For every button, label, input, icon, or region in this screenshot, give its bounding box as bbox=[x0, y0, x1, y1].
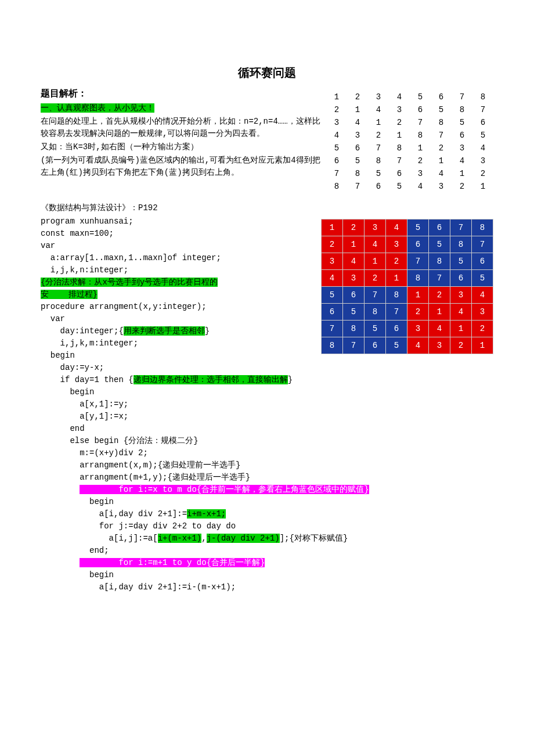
grid-cell: 8 bbox=[322, 337, 343, 354]
grid-cell: 4 bbox=[322, 270, 343, 287]
grid-cell: 4 bbox=[389, 91, 410, 103]
grid-cell: 2 bbox=[472, 321, 493, 337]
grid-cell: 8 bbox=[365, 304, 386, 321]
grid-cell: 6 bbox=[472, 253, 493, 270]
grid-cell: 5 bbox=[389, 180, 410, 193]
grid-cell: 6 bbox=[472, 116, 493, 129]
grid-cell: 4 bbox=[368, 103, 389, 116]
code-line: a:array[1..maxn,1..maxn]of integer; bbox=[41, 253, 221, 262]
grid-cell: 8 bbox=[326, 180, 347, 193]
grid-cell: 2 bbox=[365, 270, 386, 287]
code-line: begin bbox=[41, 387, 94, 397]
grid-cell: 7 bbox=[452, 91, 472, 103]
grid-cell: 5 bbox=[429, 236, 450, 253]
grid-cell: 5 bbox=[452, 116, 472, 129]
book-ref: 《数据结构与算法设计》：P192 bbox=[41, 202, 493, 214]
grid-cell: 6 bbox=[452, 129, 472, 142]
grid-cell: 6 bbox=[365, 337, 386, 354]
grid-cell: 7 bbox=[431, 129, 452, 142]
code-line: begin bbox=[41, 497, 114, 506]
code-line: begin bbox=[41, 351, 75, 360]
grid-cell: 1 bbox=[343, 236, 365, 253]
grid-cell: 6 bbox=[386, 321, 407, 337]
grid-cell: 7 bbox=[429, 270, 450, 287]
grid-cell: 5 bbox=[407, 219, 429, 236]
code-line: a[i,day div 2+1]:=i-(m-x+1); bbox=[41, 582, 236, 592]
code-comment-hl: {分治法求解：从x号选手到y号选手的比赛日程的 bbox=[41, 278, 218, 287]
code-line: } bbox=[288, 375, 293, 384]
grid-cell: 5 bbox=[386, 337, 407, 354]
code-line: , bbox=[201, 534, 206, 543]
grid-cell: 1 bbox=[365, 253, 386, 270]
grid-cell: 7 bbox=[365, 287, 386, 304]
grid-cell: 4 bbox=[343, 253, 365, 270]
grid-cell: 8 bbox=[410, 129, 431, 142]
code-line: if day=1 then { bbox=[41, 375, 134, 384]
grid-cell: 3 bbox=[472, 154, 493, 167]
grid-cell: 5 bbox=[472, 129, 493, 142]
grid-cell: 7 bbox=[472, 236, 493, 253]
grid-cell: 3 bbox=[410, 167, 431, 180]
code-line: program xunhuansai; bbox=[41, 217, 134, 226]
grid-cell: 1 bbox=[368, 116, 389, 129]
code-line: m:=(x+y)div 2; bbox=[41, 448, 148, 458]
grid-cell: 1 bbox=[452, 167, 472, 180]
grid-cell: 4 bbox=[472, 142, 493, 154]
grid-cell: 6 bbox=[407, 236, 429, 253]
grid-cell: 3 bbox=[429, 337, 450, 354]
code-expr-hl: i+m-x+1; bbox=[187, 509, 226, 519]
grid-cell: 1 bbox=[472, 180, 493, 193]
grid-cell: 6 bbox=[450, 270, 472, 287]
grid-cell: 8 bbox=[450, 236, 472, 253]
grid-cell: 2 bbox=[410, 154, 431, 167]
code-line: i,j,k,n:integer; bbox=[41, 265, 128, 275]
grid-cell: 8 bbox=[431, 116, 452, 129]
grid-cell: 8 bbox=[429, 253, 450, 270]
code-line: a[x,1]:=y; bbox=[41, 399, 128, 409]
grid-cell: 2 bbox=[368, 129, 389, 142]
grid-cell: 6 bbox=[431, 91, 452, 103]
code-line: var bbox=[41, 314, 65, 323]
grid-cell: 2 bbox=[472, 167, 493, 180]
grid-cell: 4 bbox=[410, 180, 431, 193]
code-line: arrangment(m+1,y);{递归处理后一半选手} bbox=[41, 473, 250, 482]
code-line: i,j,k,m:integer; bbox=[41, 339, 138, 348]
code-line: const maxn=100; bbox=[41, 229, 114, 238]
grid-cell: 7 bbox=[322, 321, 343, 337]
grid-cell: 6 bbox=[347, 142, 368, 154]
code-expr-hl: i+(m-x+1) bbox=[158, 534, 202, 543]
grid-cell: 1 bbox=[410, 142, 431, 154]
grid-cell: 7 bbox=[326, 167, 347, 180]
grid-cell: 3 bbox=[326, 116, 347, 129]
code-line: end; bbox=[41, 546, 109, 555]
code-line: else begin {分治法：规模二分} bbox=[41, 436, 199, 445]
grid-cell: 8 bbox=[368, 154, 389, 167]
grid-cell: 6 bbox=[343, 287, 365, 304]
grid-cell: 7 bbox=[368, 142, 389, 154]
code-line: ];{对称下标赋值} bbox=[280, 534, 348, 543]
grid-cell: 5 bbox=[450, 253, 472, 270]
code-line: day:integer;{ bbox=[41, 326, 124, 336]
code-line: var bbox=[41, 241, 55, 250]
grid-cell: 8 bbox=[386, 287, 407, 304]
grid-cell: 7 bbox=[407, 253, 429, 270]
grid-cell: 2 bbox=[450, 337, 472, 354]
highlight-observe: 一、认真观察图表，从小见大！ bbox=[41, 103, 154, 113]
grid-cell: 6 bbox=[429, 219, 450, 236]
code-line bbox=[41, 485, 80, 494]
grid-cell: 6 bbox=[326, 154, 347, 167]
grid-cell: 2 bbox=[326, 103, 347, 116]
grid-cell: 1 bbox=[450, 321, 472, 337]
code-line: a[y,1]:=x; bbox=[41, 412, 128, 421]
grid-cell: 4 bbox=[386, 219, 407, 236]
grid-cell: 8 bbox=[407, 270, 429, 287]
grid-cell: 1 bbox=[431, 154, 452, 167]
grid-cell: 2 bbox=[407, 304, 429, 321]
grid-cell: 2 bbox=[389, 116, 410, 129]
grid-cell: 1 bbox=[389, 129, 410, 142]
grid-cell: 8 bbox=[347, 167, 368, 180]
grid-cell: 7 bbox=[472, 103, 493, 116]
grid-cell: 2 bbox=[429, 287, 450, 304]
grid-cell: 8 bbox=[389, 142, 410, 154]
plain-schedule-grid: 1234567821436587341278564321876556781234… bbox=[326, 91, 493, 193]
